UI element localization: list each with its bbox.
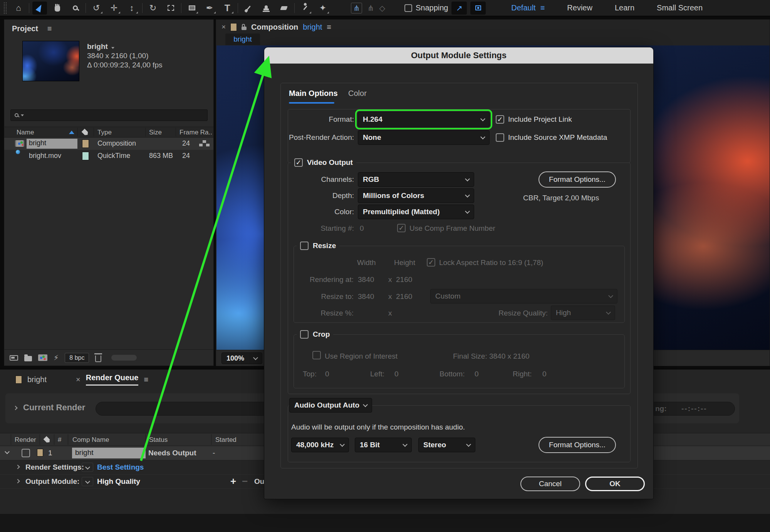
expander-chevron-icon[interactable] [15,479,20,483]
new-composition-icon[interactable] [38,354,47,361]
render-settings-value[interactable]: Best Settings [97,463,144,472]
interpret-footage-icon[interactable] [10,355,18,361]
label-color-swatch[interactable] [82,152,89,160]
preview-name-dropdown-icon[interactable] [111,47,114,49]
brush-tool-icon[interactable] [241,2,256,15]
audio-output-toggle[interactable]: Audio Output Auto [289,398,372,413]
zoom-tool-icon[interactable] [68,2,82,15]
puppet-pin-tool-icon[interactable]: ✦ [315,2,330,15]
render-settings-dropdown-icon[interactable] [82,463,93,472]
table-row[interactable]: bright Composition 24 [4,138,213,150]
column-divider[interactable] [68,434,68,445]
tab-main-options[interactable]: Main Options [289,89,338,98]
roto-brush-tool-icon[interactable] [298,2,312,15]
column-comp-name[interactable]: Comp Name [72,436,109,444]
trash-icon[interactable] [95,356,101,362]
column-size[interactable]: Size [149,129,162,136]
clone-stamp-tool-icon[interactable] [259,2,273,15]
selection-tool-icon[interactable] [32,2,47,15]
view-axis-mode-icon[interactable]: ◇ [379,3,385,13]
column-divider[interactable] [54,434,54,445]
new-folder-icon[interactable] [24,356,32,361]
column-divider[interactable] [40,434,40,445]
zoom-level-select[interactable]: 100% [221,352,262,364]
tab-color[interactable]: Color [348,89,367,98]
item-name-selected[interactable]: bright [27,139,77,149]
output-module-dropdown-icon[interactable] [82,477,93,486]
use-roi-checkbox[interactable] [312,351,321,359]
include-project-link-checkbox[interactable]: ✓ [496,115,504,124]
snap-to-edges-icon[interactable]: ↗ [451,2,467,15]
project-panel-menu-icon[interactable]: ≡ [47,24,52,33]
close-icon[interactable]: × [221,23,226,31]
channels-select[interactable]: RGB [358,172,474,187]
resize-checkbox[interactable] [300,242,309,250]
unlock-icon[interactable] [242,24,247,30]
cancel-button[interactable]: Cancel [520,477,580,491]
output-module-value[interactable]: High Quality [97,477,140,486]
close-icon[interactable]: × [76,375,81,384]
ok-button[interactable]: OK [585,477,645,491]
column-frame-rate[interactable]: Frame Ra.. [179,129,212,136]
comp-flowchart-icon[interactable] [203,140,206,143]
post-render-action-select[interactable]: None [358,130,490,145]
workspace-review[interactable]: Review [567,3,592,12]
workspace-learn[interactable]: Learn [615,3,634,12]
column-divider[interactable] [145,128,146,136]
item-name[interactable]: bright.mov [29,152,61,160]
project-search-input[interactable] [10,109,208,121]
render-engine-icon[interactable]: ⚡ [54,353,59,362]
hand-tool-icon[interactable] [50,2,65,15]
workspace-default[interactable]: Default ≡ [511,3,545,12]
rotation-tool-icon[interactable]: ↻ [146,2,160,15]
resize-quality-select[interactable]: High [551,305,615,320]
snap-to-features-icon[interactable] [470,2,486,15]
column-divider[interactable] [94,128,94,136]
audio-channels-select[interactable]: Stereo [418,438,475,452]
video-format-options-button[interactable]: Format Options... [538,171,616,188]
column-name[interactable]: Name [17,129,34,136]
video-output-checkbox[interactable]: ✓ [294,158,303,167]
tab-render-queue[interactable]: Render Queue [86,373,139,386]
pan-camera-tool-icon[interactable]: ✛ [107,2,121,15]
home-icon[interactable]: ⌂ [11,2,26,15]
remove-output-module-button[interactable]: − [242,475,248,487]
audio-bits-select[interactable]: 16 Bit [355,438,412,452]
snapping-checkbox[interactable] [404,4,412,12]
add-output-module-button[interactable]: + [230,475,236,487]
shape-tool-icon[interactable] [185,2,199,15]
expander-chevron-icon[interactable] [15,465,20,469]
column-divider[interactable] [176,128,176,136]
viewer-tab-bright[interactable]: bright [225,34,260,45]
format-select[interactable]: H.264 [358,112,490,127]
column-divider[interactable] [77,128,78,136]
column-number[interactable]: # [58,436,61,444]
workspace-small-screen[interactable]: Small Screen [657,3,703,12]
workspace-menu-icon[interactable]: ≡ [540,3,545,12]
search-options-icon[interactable] [21,114,24,116]
orbit-camera-tool-icon[interactable]: ↺ [89,2,104,15]
audio-rate-select[interactable]: 48,000 kHz [291,438,349,452]
column-divider[interactable] [211,434,211,445]
column-status[interactable]: Status [149,436,168,444]
queue-row-swatch[interactable] [37,449,43,456]
local-axis-mode-icon[interactable]: ⋔ [351,3,362,13]
resize-preset-select[interactable]: Custom [430,289,617,304]
dolly-camera-tool-icon[interactable]: ↕ [124,2,139,15]
label-column-tag-icon[interactable] [81,129,89,137]
sort-ascending-icon[interactable] [69,131,74,134]
depth-select[interactable]: Millions of Colors [358,188,474,203]
use-comp-frame-checkbox[interactable]: ✓ [397,224,406,232]
column-divider[interactable] [11,434,11,445]
crop-checkbox[interactable] [300,330,309,339]
project-preview-name[interactable]: bright [87,42,162,51]
column-divider[interactable] [145,434,146,445]
table-row[interactable]: bright.mov QuickTime 863 MB 24 [4,150,213,162]
render-checkbox[interactable] [22,449,30,457]
column-type[interactable]: Type [97,129,112,136]
include-xmp-checkbox[interactable] [496,133,504,142]
color-select[interactable]: Premultiplied (Matted) [358,205,474,219]
expander-chevron-icon[interactable] [13,406,17,410]
camera-region-tool-icon[interactable] [163,2,178,15]
column-started[interactable]: Started [215,436,237,444]
